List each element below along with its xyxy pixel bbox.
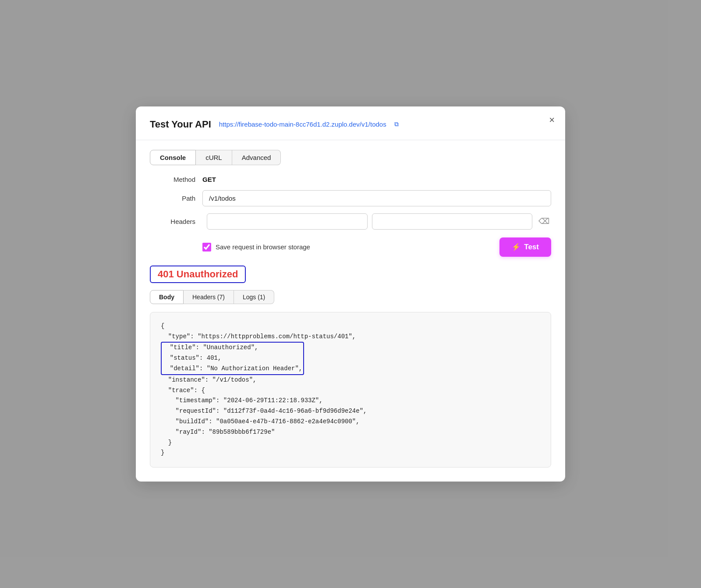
json-line-13: } [161, 448, 540, 458]
path-input[interactable] [202, 190, 551, 206]
response-tab-bar: Body Headers (7) Logs (1) [150, 290, 551, 304]
header-divider [136, 140, 565, 140]
save-label: Save request in browser storage [216, 243, 310, 251]
tab-bar: Console cURL Advanced [150, 150, 551, 165]
json-line-1: { [161, 321, 540, 332]
modal: Test Your API https://firebase-todo-main… [136, 106, 565, 482]
response-tab-body[interactable]: Body [150, 290, 184, 304]
modal-header: Test Your API https://firebase-todo-main… [150, 119, 551, 130]
json-line-5: "detail": "No Authorization Header", [163, 364, 302, 374]
headers-label: Headers [150, 218, 202, 225]
json-line-highlighted-block: "title": "Unauthorized", "status": 401, … [161, 342, 540, 375]
method-row: Method GET [150, 176, 551, 183]
response-body: { "type": "https://httpproblems.com/http… [150, 312, 551, 468]
json-line-4: "status": 401, [163, 353, 302, 364]
close-button[interactable]: × [549, 115, 555, 125]
save-test-row: Save request in browser storage ⚡ Test [150, 237, 551, 257]
tab-console[interactable]: Console [150, 150, 196, 165]
header-key-input[interactable] [207, 213, 368, 230]
save-checkbox[interactable] [202, 243, 211, 251]
json-line-8: "timestamp": "2024-06-29T11:22:18.933Z", [161, 396, 540, 406]
status-badge: 401 Unauthorized [150, 266, 246, 283]
delete-header-icon[interactable]: ⌫ [537, 215, 551, 228]
save-checkbox-row: Save request in browser storage [202, 243, 310, 251]
response-tab-logs[interactable]: Logs (1) [234, 290, 274, 304]
lightning-icon: ⚡ [512, 243, 520, 251]
test-button-label: Test [524, 243, 539, 251]
method-value: GET [202, 176, 216, 183]
json-line-6: "instance": "/v1/todos", [161, 375, 540, 386]
path-label: Path [150, 195, 202, 202]
path-row: Path [150, 190, 551, 206]
json-line-12: } [161, 438, 540, 448]
json-line-3: "title": "Unauthorized", [163, 343, 302, 353]
tab-curl[interactable]: cURL [196, 150, 232, 165]
json-line-11: "rayId": "89b589bbb6f1729e" [161, 427, 540, 438]
json-line-7: "trace": { [161, 386, 540, 396]
test-button[interactable]: ⚡ Test [499, 237, 551, 257]
method-label: Method [150, 176, 202, 183]
tab-advanced[interactable]: Advanced [232, 150, 281, 165]
json-line-10: "buildId": "0a050ae4-e47b-4716-8862-e2a4… [161, 417, 540, 427]
response-tab-headers[interactable]: Headers (7) [184, 290, 234, 304]
modal-title: Test Your API [150, 119, 211, 130]
copy-icon[interactable]: ⧉ [394, 120, 399, 128]
highlighted-json-block: "title": "Unauthorized", "status": 401, … [161, 342, 304, 375]
header-value-input[interactable] [372, 213, 533, 230]
modal-url[interactable]: https://firebase-todo-main-8cc76d1.d2.zu… [219, 120, 386, 128]
headers-row: Headers ⌫ [150, 213, 551, 230]
modal-overlay: Test Your API https://firebase-todo-main… [0, 0, 701, 588]
json-line-2: "type": "https://httpproblems.com/http-s… [161, 332, 540, 342]
json-line-9: "requestId": "d112f73f-0a4d-4c16-96a6-bf… [161, 406, 540, 417]
